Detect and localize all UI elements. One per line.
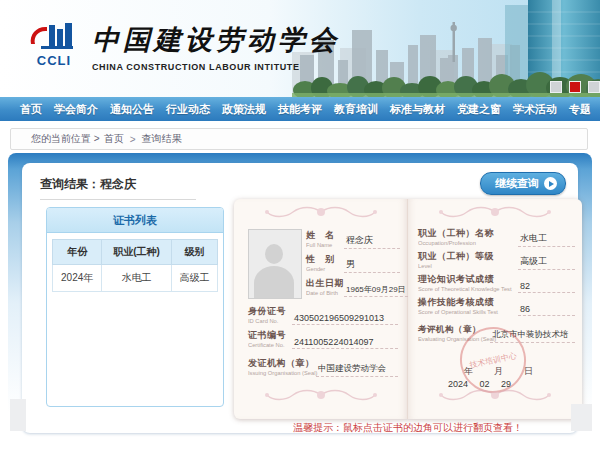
field-occupation-name: 职业（工种）名称 Occupation/Profession 水电工 xyxy=(418,227,575,247)
nav-item-industry[interactable]: 行业动态 xyxy=(160,102,216,117)
field-value: 2411005224014097 xyxy=(292,337,398,349)
brand-block: CCLI 中国建设劳动学会 CHINA CONSTRUCTION LABOUR … xyxy=(26,22,340,72)
field-full-name: 姓 名 Full Name 程念庆 xyxy=(306,229,400,249)
field-value: 430502196509291013 xyxy=(292,313,398,325)
site-title-zh: 中国建设劳动学会 xyxy=(92,22,340,58)
breadcrumb-current: 查询结果 xyxy=(141,132,181,146)
field-value: 水电工 xyxy=(518,232,575,247)
field-value: 高级工 xyxy=(518,255,575,270)
cell-level[interactable]: 高级工 xyxy=(171,265,217,292)
continue-query-label: 继续查询 xyxy=(495,176,539,191)
field-label: 操作技能考核成绩 xyxy=(418,296,518,309)
field-label: 出生日期 xyxy=(306,277,344,290)
result-title: 查询结果：程念庆 xyxy=(40,176,196,200)
ornament-flourish xyxy=(261,387,381,403)
field-label-en: ID Card No. xyxy=(248,318,280,323)
field-value: 男 xyxy=(344,258,400,273)
field-value: 程念庆 xyxy=(344,234,400,249)
field-label-en: Issuing Organisation (Seal) xyxy=(248,370,297,375)
id-photo-placeholder xyxy=(248,229,302,299)
field-label-en: Score of Theoretical Knowledge Test xyxy=(418,286,490,291)
field-value: 中国建设劳动学会 xyxy=(316,363,398,377)
banner-carousel-dots xyxy=(550,81,600,93)
nav-item-party[interactable]: 党建之窗 xyxy=(451,102,507,117)
nav-item-about[interactable]: 学会简介 xyxy=(48,102,104,117)
field-value: 1965年09月29日 xyxy=(344,284,408,297)
flip-hint-notice: 温馨提示：鼠标点击证书的边角可以进行翻页查看！ xyxy=(234,421,582,435)
nav-item-notices[interactable]: 通知公告 xyxy=(104,102,160,117)
table-row[interactable]: 2024年 水电工 高级工 xyxy=(53,265,218,292)
ornament-flourish xyxy=(435,387,555,403)
scrollbar-thumb[interactable] xyxy=(571,404,592,431)
cell-year[interactable]: 2024年 xyxy=(53,265,102,292)
field-theory-score: 理论知识考试成绩 Score of Theoretical Knowledge … xyxy=(418,273,575,293)
field-label: 职业（工种）等级 xyxy=(418,250,518,263)
field-value: 86 xyxy=(518,304,575,316)
content-panel: 查询结果：程念庆 继续查询 证书列表 年份 职业(工种) 级别 2024年 xyxy=(8,153,592,445)
field-gender: 性 别 Gender 男 xyxy=(306,253,400,273)
photo-silhouette-head xyxy=(265,244,283,264)
field-label: 职业（工种）名称 xyxy=(418,227,518,240)
page-edge-artifact xyxy=(10,399,26,431)
main-nav: 首页 学会简介 通知公告 行业动态 政策法规 技能考评 教育培训 标准与教材 党… xyxy=(0,97,600,121)
date-labels: 年 月 日 xyxy=(464,365,534,378)
certificate-list-box: 证书列表 年份 职业(工种) 级别 2024年 水电工 高级工 xyxy=(46,207,224,407)
col-level: 级别 xyxy=(171,240,217,265)
breadcrumb: 您的当前位置 > 首页 > 查询结果 xyxy=(10,128,588,150)
col-year: 年份 xyxy=(53,240,102,265)
certificate-right-page: 职业（工种）名称 Occupation/Profession 水电工 职业（工种… xyxy=(408,199,582,419)
site-banner: CCLI 中国建设劳动学会 CHINA CONSTRUCTION LABOUR … xyxy=(0,0,600,97)
field-value: 82 xyxy=(518,281,575,293)
continue-query-button[interactable]: 继续查询 xyxy=(480,172,566,195)
nav-item-home[interactable]: 首页 xyxy=(14,102,48,117)
play-arrow-icon xyxy=(544,177,557,190)
nav-item-academic[interactable]: 学术活动 xyxy=(507,102,563,117)
site-title-en: CHINA CONSTRUCTION LABOUR INTITUTE xyxy=(92,62,340,72)
carousel-dot-1[interactable] xyxy=(550,81,562,93)
certificate-table: 年份 职业(工种) 级别 2024年 水电工 高级工 xyxy=(52,239,218,292)
field-label-en: Date of Birth xyxy=(306,290,333,295)
field-label-en: Gender xyxy=(306,266,333,271)
breadcrumb-separator: > xyxy=(130,134,136,145)
nav-item-training[interactable]: 教育培训 xyxy=(328,102,384,117)
field-label-en: Level xyxy=(418,263,490,268)
nav-item-topics[interactable]: 专题 xyxy=(563,102,597,117)
result-card: 查询结果：程念庆 继续查询 证书列表 年份 职业(工种) 级别 2024年 xyxy=(22,163,578,433)
col-occupation: 职业(工种) xyxy=(102,240,172,265)
field-label: 证书编号 xyxy=(248,329,292,342)
ornament-flourish xyxy=(435,204,555,220)
logo-text: CCLI xyxy=(26,56,82,66)
certificate-list-title: 证书列表 xyxy=(47,208,223,233)
photo-silhouette-body xyxy=(254,266,294,299)
certificate-left-page: 姓 名 Full Name 程念庆 性 别 Gender 男 xyxy=(234,199,408,419)
field-label: 发证机构（章） xyxy=(248,357,316,370)
field-label: 性 别 xyxy=(306,253,344,266)
breadcrumb-home-link[interactable]: 首页 xyxy=(104,132,124,146)
field-skills-score: 操作技能考核成绩 Score of Operational Skills Tes… xyxy=(418,296,575,316)
field-label-en: Full Name xyxy=(306,242,333,247)
field-label: 姓 名 xyxy=(306,229,344,242)
ccli-logo-icon: CCLI xyxy=(26,22,82,66)
result-person-name: 程念庆 xyxy=(100,177,136,191)
field-id-card-no: 身份证号 ID Card No. 430502196509291013 xyxy=(248,305,398,325)
field-occupation-level: 职业（工种）等级 Level 高级工 xyxy=(418,250,575,270)
carousel-dot-3[interactable] xyxy=(588,81,600,93)
ornament-flourish xyxy=(261,204,381,220)
field-label-en: Evaluating Organisation (Seal) xyxy=(418,336,470,341)
field-issuing-organisation: 发证机构（章） Issuing Organisation (Seal) 中国建设… xyxy=(248,357,398,377)
field-certificate-no: 证书编号 Certificate No. 2411005224014097 xyxy=(248,329,398,349)
field-label-en: Occupation/Profession xyxy=(418,240,490,245)
field-label-en: Score of Operational Skills Test xyxy=(418,309,490,314)
field-label-en: Certificate No. xyxy=(248,342,280,347)
cell-occupation[interactable]: 水电工 xyxy=(102,265,172,292)
field-date-of-birth: 出生日期 Date of Birth 1965年09月29日 xyxy=(306,277,400,297)
breadcrumb-label: 您的当前位置 > xyxy=(31,132,100,146)
certificate-view[interactable]: 姓 名 Full Name 程念庆 性 别 Gender 男 xyxy=(234,199,582,419)
carousel-dot-2-active[interactable] xyxy=(569,81,581,93)
field-label: 理论知识考试成绩 xyxy=(418,273,518,286)
nav-item-policies[interactable]: 政策法规 xyxy=(216,102,272,117)
nav-item-standards[interactable]: 标准与教材 xyxy=(384,102,451,117)
result-title-prefix: 查询结果： xyxy=(40,177,100,191)
nav-item-skill-eval[interactable]: 技能考评 xyxy=(272,102,328,117)
field-label: 身份证号 xyxy=(248,305,292,318)
